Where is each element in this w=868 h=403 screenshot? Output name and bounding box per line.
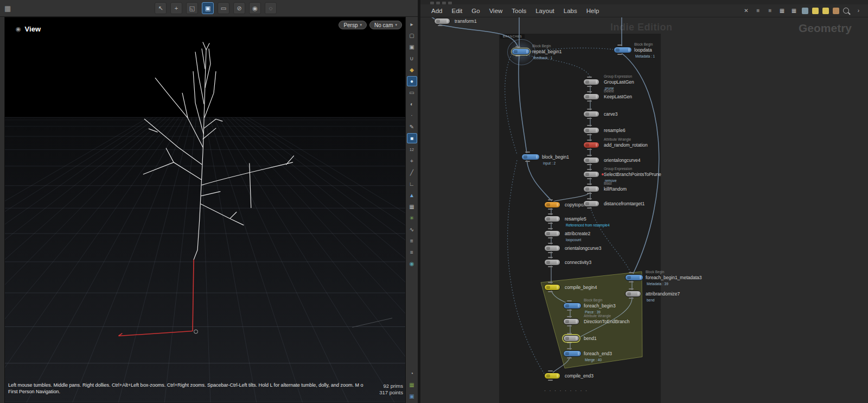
snap-icon[interactable]: ∪ xyxy=(407,54,417,63)
output-connector[interactable] xyxy=(587,86,592,87)
node-shape[interactable] xyxy=(583,186,599,192)
move-tool-icon[interactable]: + xyxy=(170,2,182,14)
search-icon[interactable] xyxy=(843,8,849,14)
expand-icon[interactable]: › xyxy=(854,7,863,15)
grid-menu-icon[interactable]: ▦ xyxy=(4,4,11,12)
notes-icon[interactable] xyxy=(812,8,819,14)
grid-display-icon[interactable]: ▦ xyxy=(407,380,417,389)
node-shape[interactable] xyxy=(625,291,641,297)
list-view-icon[interactable]: ≡ xyxy=(766,7,774,15)
thumbnail-view-icon[interactable]: ▦ xyxy=(790,7,798,15)
select-mode-icon[interactable]: ↖ xyxy=(155,2,167,14)
menu-add[interactable]: Add xyxy=(431,8,442,14)
input-connector[interactable] xyxy=(548,282,553,283)
build-tools-icon[interactable]: ✕ xyxy=(742,7,750,15)
docs-icon[interactable] xyxy=(833,8,839,14)
node-shape[interactable] xyxy=(544,202,560,208)
grid-view-icon[interactable]: ▦ xyxy=(778,7,786,15)
output-connector[interactable] xyxy=(438,25,443,26)
output-connector[interactable] xyxy=(587,164,592,165)
output-connector[interactable] xyxy=(587,118,592,119)
menu-view[interactable]: View xyxy=(489,8,503,14)
output-connector[interactable] xyxy=(548,291,553,292)
output-connector[interactable] xyxy=(567,325,572,326)
shade-mode-icon[interactable]: ◐ xyxy=(407,99,417,109)
marquee-select-icon[interactable]: ▭ xyxy=(218,2,229,14)
node-shape[interactable] xyxy=(614,47,632,53)
input-connector[interactable] xyxy=(567,316,572,317)
output-connector[interactable] xyxy=(548,380,553,381)
menu-tools[interactable]: Tools xyxy=(512,8,526,14)
export-icon[interactable] xyxy=(802,8,808,14)
node-shape[interactable] xyxy=(563,318,579,325)
input-connector[interactable] xyxy=(587,198,592,199)
node-shape[interactable] xyxy=(583,79,599,85)
input-connector[interactable] xyxy=(548,243,553,244)
globe-icon[interactable]: ◉ xyxy=(407,259,417,268)
input-connector[interactable] xyxy=(548,213,553,215)
output-connector[interactable] xyxy=(515,55,520,56)
input-connector[interactable] xyxy=(587,77,592,78)
node-shape[interactable] xyxy=(544,373,560,379)
node-shape[interactable] xyxy=(544,245,560,251)
input-connector[interactable] xyxy=(567,300,572,301)
collapsed-node-dots[interactable]: · · · · · · · · · xyxy=(544,388,588,393)
3d-viewport[interactable]: ◉ View Persp ▾ No cam ▾ Left mouse tumbl… xyxy=(4,17,406,403)
input-connector[interactable] xyxy=(515,46,520,47)
select-none-icon[interactable]: ⊘ xyxy=(233,2,245,14)
menu-go[interactable]: Go xyxy=(471,8,480,14)
input-connector[interactable] xyxy=(587,169,592,170)
output-connector[interactable] xyxy=(587,100,592,102)
input-connector[interactable] xyxy=(548,199,553,200)
output-connector[interactable] xyxy=(567,342,572,343)
node-shape[interactable] xyxy=(563,335,579,342)
clock-icon[interactable]: ◔ xyxy=(407,369,417,378)
node-shape[interactable] xyxy=(583,111,599,117)
input-connector[interactable] xyxy=(617,45,622,46)
node-shape[interactable] xyxy=(544,230,560,237)
output-connector[interactable] xyxy=(548,209,553,210)
node-shape[interactable] xyxy=(544,216,560,222)
view-tool-icon[interactable]: ▸ xyxy=(407,20,417,29)
input-connector[interactable] xyxy=(587,125,592,126)
cube-display-icon[interactable]: ▣ xyxy=(407,392,417,401)
view-menu-icon[interactable]: ◉ xyxy=(16,26,21,33)
select-geometry-icon[interactable]: ■ xyxy=(407,134,417,143)
output-connector[interactable] xyxy=(629,281,634,282)
output-connector[interactable] xyxy=(587,193,592,194)
menu-help[interactable]: Help xyxy=(586,8,599,14)
pan-tool-icon[interactable]: ▢ xyxy=(407,31,417,40)
point-numbers-icon[interactable]: 12 xyxy=(407,145,417,154)
separator-dot-icon[interactable]: · xyxy=(407,111,417,120)
node-shape[interactable] xyxy=(625,274,643,281)
output-connector[interactable] xyxy=(525,161,530,162)
viewport-title[interactable]: ◉ View xyxy=(16,25,41,33)
output-connector[interactable] xyxy=(567,310,572,311)
node-shape[interactable] xyxy=(434,18,450,24)
input-connector[interactable] xyxy=(567,348,572,349)
handles-icon[interactable]: + xyxy=(407,156,417,166)
node-shape[interactable] xyxy=(563,303,582,309)
output-connector[interactable] xyxy=(548,252,553,253)
spline-icon[interactable]: ∿ xyxy=(407,225,417,234)
camera-icon[interactable]: ▭ xyxy=(407,88,417,97)
pivot-icon[interactable]: ◆ xyxy=(407,65,417,74)
input-connector[interactable] xyxy=(587,140,592,141)
input-connector[interactable] xyxy=(548,228,553,229)
input-connector[interactable] xyxy=(587,184,592,185)
list-panel-icon[interactable]: ≡ xyxy=(407,236,417,245)
input-connector[interactable] xyxy=(587,109,592,110)
snap-triangle-icon[interactable]: ▲ xyxy=(407,191,417,200)
input-connector[interactable] xyxy=(548,257,553,258)
node-shape[interactable] xyxy=(544,284,560,291)
input-connector[interactable] xyxy=(525,152,530,153)
ghost-objects-icon[interactable]: ◌ xyxy=(265,2,277,14)
menu-labs[interactable]: Labs xyxy=(564,8,577,14)
camera-select-button[interactable]: No cam ▾ xyxy=(369,21,402,29)
handle-tool-icon[interactable]: ◱ xyxy=(186,2,198,14)
node-shape[interactable] xyxy=(583,127,599,134)
input-connector[interactable] xyxy=(629,272,634,273)
measure-icon[interactable]: ∟ xyxy=(407,179,417,188)
output-connector[interactable] xyxy=(587,134,592,135)
draw-tool-icon[interactable]: ✎ xyxy=(407,122,417,131)
